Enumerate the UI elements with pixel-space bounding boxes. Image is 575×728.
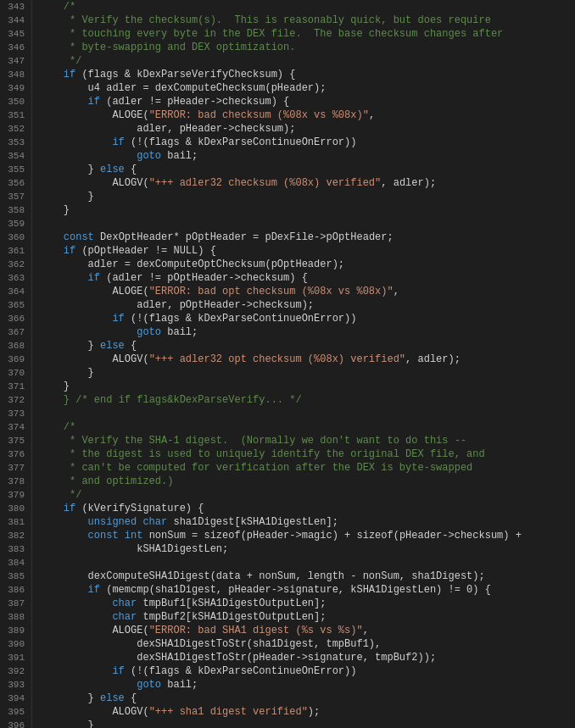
code-line: } xyxy=(39,380,575,393)
code-token: if xyxy=(112,136,124,148)
code-token: dexComputeSHA1Digest(data + nonSum, leng… xyxy=(39,570,485,582)
line-number: 357 xyxy=(3,190,25,203)
code-token: (!(flags & kDexParseContinueOnError)) xyxy=(125,665,357,677)
code-token: bail; xyxy=(161,326,198,338)
code-line: ALOGV("+++ sha1 digest verified"); xyxy=(39,705,575,719)
code-token: { xyxy=(125,340,137,352)
line-number: 388 xyxy=(3,610,25,624)
code-line: const int nonSum = sizeof(pHeader->magic… xyxy=(39,529,575,542)
code-line: ALOGV("+++ adler32 checksum (%08x) verif… xyxy=(39,176,575,190)
code-token: (!(flags & kDexParseContinueOnError)) xyxy=(125,313,357,325)
line-number: 374 xyxy=(3,420,25,434)
code-token: /* xyxy=(39,1,75,13)
code-token: DexOptHeader* pOptHeader = pDexFile->pOp… xyxy=(94,231,394,243)
code-token: /* end if flags&kDexParseVerify... */ xyxy=(75,394,301,406)
line-number: 347 xyxy=(3,54,25,68)
code-token: nonSum xyxy=(149,530,186,542)
code-token: "+++ sha1 digest verified" xyxy=(149,706,308,718)
code-line: adler, pHeader->checksum); xyxy=(39,122,575,136)
code-line: } xyxy=(39,719,575,728)
code-line: if (adler != pHeader->checksum) { xyxy=(39,95,575,108)
code-line: * touching every byte in the DEX file. T… xyxy=(39,27,575,41)
line-number: 363 xyxy=(3,271,25,285)
code-token: if xyxy=(88,272,100,284)
code-token xyxy=(39,313,112,325)
code-token: goto xyxy=(137,679,161,691)
line-number: 383 xyxy=(3,542,25,556)
line-number: 396 xyxy=(3,719,25,728)
line-number: 351 xyxy=(3,108,25,122)
line-number: 358 xyxy=(3,203,25,217)
code-token xyxy=(39,231,64,243)
code-token: if xyxy=(88,96,100,108)
code-token xyxy=(39,597,112,609)
code-token xyxy=(39,584,88,596)
code-token: } xyxy=(39,692,100,704)
code-line xyxy=(39,407,575,420)
line-number: 386 xyxy=(3,583,25,597)
code-token: char xyxy=(142,516,167,528)
code-token: else xyxy=(100,164,125,175)
code-token: */ xyxy=(39,489,81,501)
code-line: } else { xyxy=(39,163,575,176)
code-line: dexSHA1DigestToStr(sha1Digest, tmpBuf1), xyxy=(39,637,575,651)
line-number: 391 xyxy=(3,651,25,664)
line-number: 369 xyxy=(3,353,25,366)
line-numbers: 3433443453463473483493503513523533543553… xyxy=(0,0,32,728)
code-line: char tmpBuf1[kSHA1DigestOutputLen]; xyxy=(39,597,575,610)
code-line: if (!(flags & kDexParseContinueOnError)) xyxy=(39,136,575,149)
code-token: ALOGE( xyxy=(39,625,149,636)
code-content[interactable]: /* * Verify the checksum(s). This is rea… xyxy=(32,0,575,728)
code-token: tmpBuf1[kSHA1DigestOutputLen]; xyxy=(137,597,326,609)
line-number: 356 xyxy=(3,176,25,190)
code-token: sha1Digest[kSHA1DigestLen]; xyxy=(167,516,338,528)
code-token: ALOGE( xyxy=(39,286,149,297)
code-token: char xyxy=(112,597,137,609)
code-line: */ xyxy=(39,488,575,502)
code-token: * can't be computed for verification aft… xyxy=(39,462,472,474)
line-number: 362 xyxy=(3,258,25,271)
code-token: unsigned xyxy=(88,516,137,528)
line-number: 354 xyxy=(3,149,25,163)
code-line: if (!(flags & kDexParseContinueOnError)) xyxy=(39,312,575,325)
code-line: if (adler != pOptHeader->checksum) { xyxy=(39,271,575,285)
code-token: , adler); xyxy=(381,177,436,189)
code-line: */ xyxy=(39,54,575,68)
line-number: 371 xyxy=(3,380,25,393)
code-token: } xyxy=(39,367,94,379)
code-token: { xyxy=(125,164,137,175)
line-number: 375 xyxy=(3,434,25,447)
code-line: * can't be computed for verification aft… xyxy=(39,461,575,475)
code-line: goto bail; xyxy=(39,325,575,339)
code-line: * byte-swapping and DEX optimization. xyxy=(39,41,575,54)
code-token: } xyxy=(39,191,94,203)
code-token: ALOGE( xyxy=(39,109,149,121)
code-line: kSHA1DigestLen; xyxy=(39,542,575,556)
code-token: if xyxy=(64,245,75,257)
code-token: bail; xyxy=(161,150,198,162)
line-number: 378 xyxy=(3,475,25,488)
code-token: (!(flags & kDexParseContinueOnError)) xyxy=(125,136,357,148)
line-number: 345 xyxy=(3,27,25,41)
code-token: "ERROR: bad SHA1 digest (%s vs %s)" xyxy=(149,625,363,636)
code-token: * Verify the SHA-1 digest. (Normally we … xyxy=(39,435,466,447)
code-token: * touching every byte in the DEX file. T… xyxy=(39,28,503,40)
code-token: bail; xyxy=(161,679,198,691)
line-number: 361 xyxy=(3,244,25,258)
code-line: goto bail; xyxy=(39,678,575,692)
code-token: (adler != pHeader->checksum) { xyxy=(100,96,289,108)
code-line: * and optimized.) xyxy=(39,475,575,488)
code-token: dexSHA1DigestToStr(pHeader->signature, t… xyxy=(39,652,436,664)
line-number: 360 xyxy=(3,231,25,244)
line-number: 364 xyxy=(3,285,25,298)
code-line: adler = dexComputeOptChecksum(pOptHeader… xyxy=(39,258,575,271)
code-token: = sizeof(pHeader->magic) + sizeof(pHeade… xyxy=(186,530,522,542)
code-token: , xyxy=(394,286,399,297)
line-number: 346 xyxy=(3,41,25,54)
line-number: 382 xyxy=(3,529,25,542)
line-number: 370 xyxy=(3,366,25,380)
code-token: const xyxy=(64,231,94,243)
code-token: char xyxy=(112,611,137,623)
code-token: tmpBuf2[kSHA1DigestOutputLen]; xyxy=(137,611,326,623)
code-line: if (pOptHeader != NULL) { xyxy=(39,244,575,258)
